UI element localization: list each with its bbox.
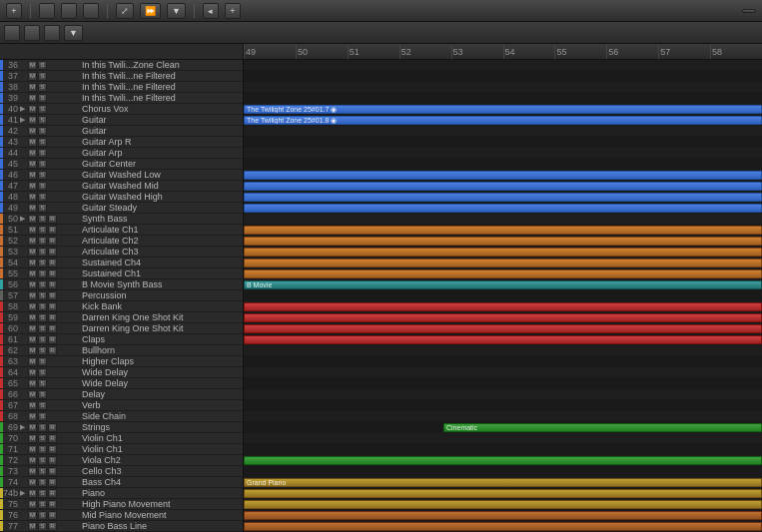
clip-block[interactable]: The Twilight Zone 25#01.8 ◉ xyxy=(244,116,762,125)
add-btn[interactable] xyxy=(4,25,20,41)
track-mute-button[interactable]: M xyxy=(28,434,37,443)
track-mute-button[interactable]: M xyxy=(28,171,37,180)
track-record-button[interactable]: R xyxy=(48,434,57,443)
track-row[interactable]: 42MSGuitar xyxy=(0,126,243,137)
track-solo-button[interactable]: S xyxy=(38,401,47,410)
track-record-button[interactable]: R xyxy=(48,456,57,465)
track-row[interactable]: 47MSGuitar Washed Mid xyxy=(0,181,243,192)
track-row[interactable]: 55MSRSustained Ch1 xyxy=(0,268,243,279)
track-solo-button[interactable]: S xyxy=(38,182,47,191)
track-row[interactable]: 40▶MSChorus Vox xyxy=(0,104,243,115)
nav-next[interactable]: + xyxy=(225,3,241,19)
media-browser-btn[interactable] xyxy=(24,25,40,41)
track-row[interactable]: 60MSRDarren King One Shot Kit xyxy=(0,323,243,334)
track-solo-button[interactable]: S xyxy=(38,489,47,498)
track-record-button[interactable]: R xyxy=(48,467,57,476)
track-record-button[interactable]: R xyxy=(48,335,57,344)
track-mute-button[interactable]: M xyxy=(28,61,37,70)
track-mute-button[interactable]: M xyxy=(28,160,37,169)
track-row[interactable]: 50▶MSRSynth Bass xyxy=(0,214,243,225)
track-solo-button[interactable]: S xyxy=(38,72,47,81)
track-record-button[interactable]: R xyxy=(48,313,57,322)
track-solo-button[interactable]: S xyxy=(38,61,47,70)
track-solo-button[interactable]: S xyxy=(38,138,47,147)
track-record-button[interactable]: R xyxy=(48,291,57,300)
track-solo-button[interactable]: S xyxy=(38,500,47,509)
track-record-button[interactable]: R xyxy=(48,324,57,333)
track-row[interactable]: 44MSGuitar Arp xyxy=(0,148,243,159)
track-mute-button[interactable]: M xyxy=(28,204,37,213)
track-record-button[interactable]: R xyxy=(48,248,57,257)
track-solo-button[interactable]: S xyxy=(38,226,47,235)
track-mute-button[interactable]: M xyxy=(28,237,37,246)
track-solo-button[interactable]: S xyxy=(38,94,47,103)
track-record-button[interactable]: R xyxy=(48,500,57,509)
track-row[interactable]: 68MSSide Chain xyxy=(0,411,243,422)
clip-block[interactable]: Cinematic xyxy=(443,423,762,432)
track-record-button[interactable]: R xyxy=(48,423,57,432)
track-row[interactable]: 62MSRBullhorn xyxy=(0,345,243,356)
track-record-button[interactable]: R xyxy=(48,522,57,531)
functions-menu[interactable] xyxy=(61,3,77,19)
track-row[interactable]: 71MSRViolin Ch1 xyxy=(0,444,243,455)
track-solo-button[interactable]: S xyxy=(38,215,47,224)
track-record-button[interactable]: R xyxy=(48,226,57,235)
track-mute-button[interactable]: M xyxy=(28,357,37,366)
track-solo-button[interactable]: S xyxy=(38,127,47,136)
track-mute-button[interactable]: M xyxy=(28,72,37,81)
track-row[interactable]: 38MSIn this Twili...ne Filtered xyxy=(0,82,243,93)
track-row[interactable]: 77MSRPiano Bass Line xyxy=(0,521,243,532)
track-solo-button[interactable]: S xyxy=(38,291,47,300)
track-record-button[interactable]: R xyxy=(48,215,57,224)
track-mute-button[interactable]: M xyxy=(28,346,37,355)
track-solo-button[interactable]: S xyxy=(38,313,47,322)
track-mute-button[interactable]: M xyxy=(28,226,37,235)
clip-block[interactable]: B Movie xyxy=(244,280,762,289)
track-mute-button[interactable]: M xyxy=(28,83,37,92)
clip-block[interactable] xyxy=(244,324,762,333)
track-row[interactable]: 46MSGuitar Washed Low xyxy=(0,170,243,181)
clip-block[interactable] xyxy=(244,182,762,191)
track-solo-button[interactable]: S xyxy=(38,467,47,476)
track-row[interactable]: 45MSGuitar Center xyxy=(0,159,243,170)
track-solo-button[interactable]: S xyxy=(38,171,47,180)
track-mute-button[interactable]: M xyxy=(28,280,37,289)
track-mute-button[interactable]: M xyxy=(28,291,37,300)
track-row[interactable]: 52MSRArticulate Ch2 xyxy=(0,236,243,247)
track-solo-button[interactable]: S xyxy=(38,269,47,278)
track-mute-button[interactable]: M xyxy=(28,248,37,257)
track-mute-button[interactable]: M xyxy=(28,456,37,465)
track-solo-button[interactable]: S xyxy=(38,478,47,487)
track-solo-button[interactable]: S xyxy=(38,204,47,213)
track-row[interactable]: 73MSRCello Ch3 xyxy=(0,466,243,477)
track-row[interactable]: 66MSDelay xyxy=(0,389,243,400)
track-row[interactable]: 67MSVerb xyxy=(0,400,243,411)
track-mute-button[interactable]: M xyxy=(28,127,37,136)
search-btn[interactable] xyxy=(44,25,60,41)
track-mute-button[interactable]: M xyxy=(28,94,37,103)
track-fold-indicator[interactable]: ▶ xyxy=(20,116,27,124)
track-solo-button[interactable]: S xyxy=(38,193,47,202)
track-row[interactable]: 39MSIn this Twili...ne Filtered xyxy=(0,93,243,104)
track-mute-button[interactable]: M xyxy=(28,522,37,531)
track-row[interactable]: 75MSRHigh Piano Movement xyxy=(0,499,243,510)
track-mute-button[interactable]: M xyxy=(28,478,37,487)
track-record-button[interactable]: R xyxy=(48,269,57,278)
track-solo-button[interactable]: S xyxy=(38,149,47,158)
track-solo-button[interactable]: S xyxy=(38,412,47,421)
track-record-button[interactable]: R xyxy=(48,478,57,487)
track-solo-button[interactable]: S xyxy=(38,368,47,377)
track-solo-button[interactable]: S xyxy=(38,335,47,344)
track-row[interactable]: 56MSRB Movie Synth Bass xyxy=(0,279,243,290)
track-row[interactable]: 65MSWide Delay xyxy=(0,378,243,389)
track-mute-button[interactable]: M xyxy=(28,390,37,399)
track-solo-button[interactable]: S xyxy=(38,456,47,465)
track-row[interactable]: 36MSIn this Twili...Zone Clean xyxy=(0,60,243,71)
track-row[interactable]: 43MSGuitar Arp R xyxy=(0,137,243,148)
track-record-button[interactable]: R xyxy=(48,489,57,498)
track-solo-button[interactable]: S xyxy=(38,357,47,366)
track-mute-button[interactable]: M xyxy=(28,401,37,410)
track-row[interactable]: 74MSRBass Ch4 xyxy=(0,477,243,488)
track-solo-button[interactable]: S xyxy=(38,423,47,432)
track-solo-button[interactable]: S xyxy=(38,346,47,355)
